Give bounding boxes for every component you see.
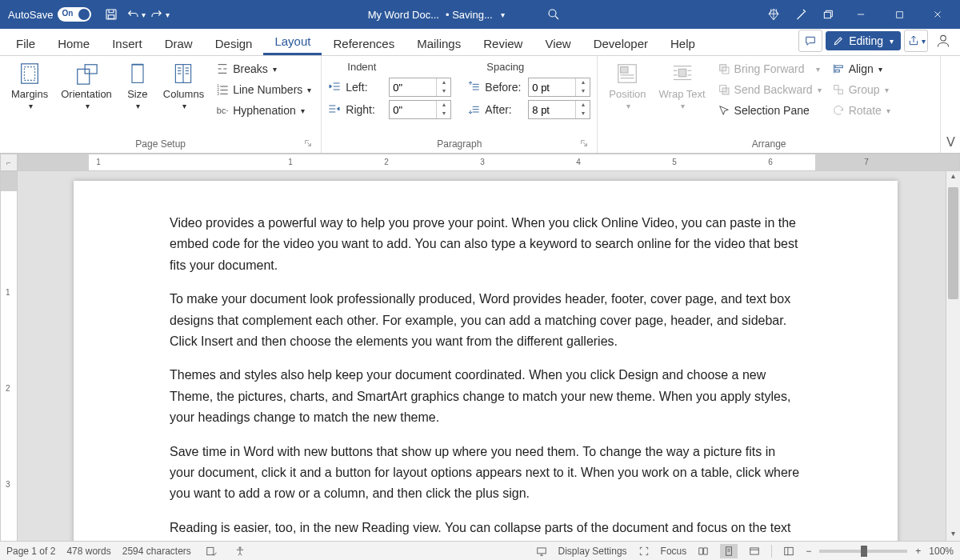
indent-right-input[interactable]: ▴▾ [389,100,451,119]
save-icon[interactable] [99,2,123,26]
print-layout-icon[interactable] [720,544,738,558]
autosave-toggle[interactable]: On [58,7,91,22]
maximize-button[interactable] [882,0,917,29]
scrollbar-thumb[interactable] [948,187,958,299]
indent-right-label: Right: [346,103,384,116]
search-icon[interactable] [542,2,566,26]
collapse-ribbon-icon[interactable]: ᐯ [946,134,955,150]
paragraph[interactable]: Themes and styles also help keep your do… [170,365,802,428]
focus-icon[interactable] [635,544,653,558]
tab-insert[interactable]: Insert [101,32,154,55]
wand-icon[interactable] [789,2,813,26]
spacing-heading: Spacing [467,59,590,76]
tab-view[interactable]: View [534,32,582,55]
zoom-slider[interactable] [819,550,907,553]
tab-help[interactable]: Help [659,32,706,55]
tab-file[interactable]: File [5,32,46,55]
spacing-before-label: Before: [485,81,523,94]
account-icon[interactable] [931,30,955,52]
tab-review[interactable]: Review [472,32,534,55]
selection-pane-button[interactable]: Selection Pane [714,101,825,120]
minimize-button[interactable] [843,0,878,29]
svg-rect-38 [722,88,729,94]
share-button[interactable]: ▾ [904,30,928,52]
zoom-percent[interactable]: 100% [929,546,954,557]
line-numbers-button[interactable]: 123Line Numbers▾ [212,80,314,99]
diamond-icon[interactable] [762,2,786,26]
svg-rect-26 [621,67,628,74]
vertical-ruler[interactable]: 1 2 3 [0,171,18,543]
zoom-out-button[interactable]: − [806,546,811,557]
scroll-up-icon[interactable]: ▴ [946,171,960,186]
close-button[interactable] [920,0,955,29]
layout-view-icon[interactable] [780,544,798,558]
spellcheck-icon[interactable] [202,544,220,558]
restore-window-icon[interactable] [816,2,840,26]
character-count[interactable]: 2594 characters [122,546,191,557]
margins-button[interactable]: Margins▾ [6,59,53,137]
read-mode-icon[interactable] [694,544,712,558]
svg-rect-7 [25,67,35,81]
size-button[interactable]: Size▾ [120,59,155,137]
svg-rect-42 [835,70,839,72]
breaks-button[interactable]: Breaks▾ [212,59,314,78]
svg-rect-43 [834,86,838,90]
group-paragraph: Indent Left:▴▾ Right:▴▾ Spacing Before:▴… [322,56,598,153]
group-arrange: Position▾ Wrap Text▾ Bring Forward▾ Send… [598,56,941,153]
editing-mode-button[interactable]: Editing▾ [826,31,901,50]
page-indicator[interactable]: Page 1 of 2 [6,546,55,557]
display-settings-label[interactable]: Display Settings [558,546,627,557]
paragraph[interactable]: Video provides a powerful way to help yo… [170,213,802,276]
position-button: Position▾ [604,59,650,137]
align-button[interactable]: Align▾ [828,59,894,78]
svg-rect-6 [22,64,38,83]
tab-layout[interactable]: Layout [263,30,322,55]
vertical-scrollbar[interactable]: ▴ ▾ [946,171,960,543]
paragraph[interactable]: Save time in Word with new buttons that … [170,442,802,505]
web-layout-icon[interactable] [746,544,763,558]
spacing-after-input[interactable]: ▴▾ [528,100,590,119]
word-count[interactable]: 478 words [66,546,110,557]
indent-left-label: Left: [346,81,384,94]
focus-label[interactable]: Focus [661,546,687,557]
display-settings-icon[interactable] [533,544,550,558]
wrap-text-button: Wrap Text▾ [654,59,710,137]
zoom-in-button[interactable]: + [915,546,921,557]
redo-icon[interactable]: ▾ [147,2,171,26]
horizontal-ruler[interactable]: ⌐ 1 1 2 3 4 5 6 7 [0,154,960,171]
paragraph[interactable]: Reading is easier, too, in the new Readi… [170,518,802,543]
document-viewport[interactable]: Video provides a powerful way to help yo… [18,171,946,543]
document-page[interactable]: Video provides a powerful way to help yo… [74,181,898,543]
title-chevron-icon[interactable]: ▾ [499,10,505,19]
group-page-setup: Margins▾ Orientation▾ Size▾ Columns▾ Bre… [0,56,322,153]
paragraph[interactable]: To make your document look professionall… [170,289,802,352]
hyphenation-button[interactable]: bc-Hyphenation▾ [212,101,314,120]
spacing-before-input[interactable]: ▴▾ [528,78,590,97]
orientation-button[interactable]: Orientation▾ [56,59,117,137]
tab-developer[interactable]: Developer [582,32,659,55]
tab-references[interactable]: References [322,32,406,55]
svg-rect-1 [109,15,115,19]
tab-mailings[interactable]: Mailings [406,32,472,55]
svg-point-2 [549,10,556,17]
save-status: • Saving... [446,9,493,21]
group-button: Group▾ [828,80,894,99]
tab-draw[interactable]: Draw [154,32,204,55]
tab-home[interactable]: Home [46,32,101,55]
tab-design[interactable]: Design [204,32,264,55]
svg-rect-10 [132,65,143,83]
undo-icon[interactable]: ▾ [123,2,147,26]
columns-button[interactable]: Columns▾ [158,59,209,137]
svg-rect-36 [719,65,726,71]
title-bar: AutoSave On ▾ ▾ My Word Doc... • Saving.… [0,0,960,29]
svg-rect-47 [537,547,546,553]
autosave-label: AutoSave [8,9,53,21]
spacing-after-label: After: [485,103,523,116]
accessibility-icon[interactable] [231,544,249,558]
page-setup-launcher-icon[interactable] [303,138,313,148]
svg-rect-8 [78,69,90,84]
indent-left-input[interactable]: ▴▾ [389,78,451,97]
comments-button[interactable] [798,30,822,52]
svg-rect-3 [824,12,830,18]
paragraph-launcher-icon[interactable] [579,138,589,148]
